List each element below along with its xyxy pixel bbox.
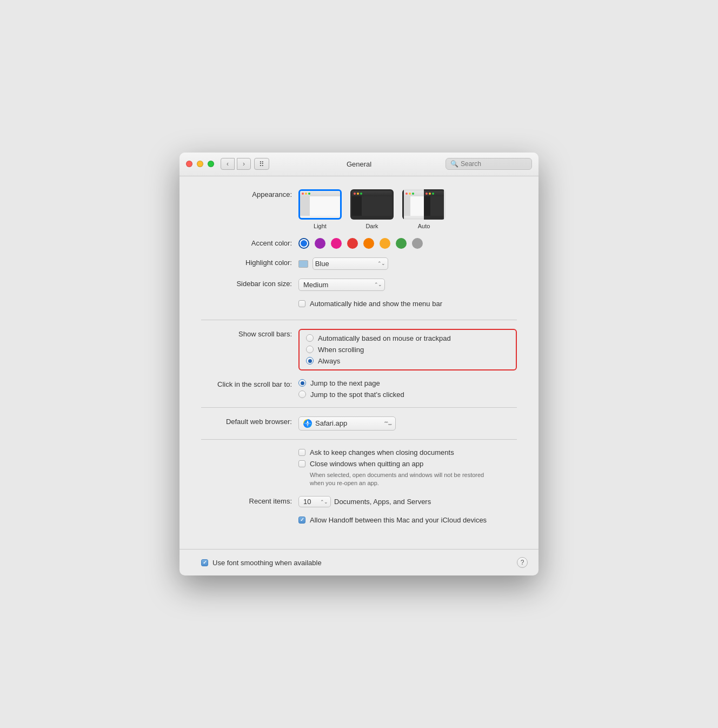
click-scroll-control: Jump to the next page Jump to the spot t…: [298, 379, 517, 399]
scroll-auto-radio[interactable]: [306, 334, 314, 342]
scroll-bars-always: Always: [306, 357, 509, 365]
click-next-page-radio[interactable]: [298, 379, 306, 387]
handoff-control: Allow Handoff between this Mac and your …: [298, 516, 517, 527]
browser-row: Default web browser: Safari.app: [201, 416, 517, 431]
light-thumb: [298, 189, 342, 220]
accent-graphite[interactable]: [412, 238, 423, 249]
sidebar-icon-size-label: Sidebar icon size:: [201, 279, 298, 288]
minimize-button[interactable]: [197, 161, 203, 167]
click-spot: Jump to the spot that's clicked: [298, 391, 517, 399]
click-next-page: Jump to the next page: [298, 379, 517, 387]
menu-bar-label: [201, 300, 298, 301]
accent-purple[interactable]: [315, 238, 325, 249]
handoff-checkbox-row: Allow Handoff between this Mac and your …: [298, 516, 517, 524]
recent-items-select[interactable]: 10 5 15 20: [298, 496, 331, 507]
accent-red[interactable]: [347, 238, 358, 249]
menu-bar-control: Automatically hide and show the menu bar: [298, 300, 517, 311]
scroll-when-scrolling-radio[interactable]: [306, 346, 314, 353]
click-scroll-row: Click in the scroll bar to: Jump to the …: [201, 379, 517, 399]
accent-orange[interactable]: [363, 238, 374, 249]
help-button[interactable]: ?: [517, 557, 528, 568]
click-scroll-label: Click in the scroll bar to:: [201, 379, 298, 388]
sidebar-icon-size-select-wrapper: Medium Small Large: [298, 279, 385, 291]
appearance-control: Light: [298, 189, 517, 229]
divider-2: [201, 407, 517, 408]
scroll-bars-highlight: Automatically based on mouse or trackpad…: [298, 329, 517, 370]
sidebar-icon-size-select[interactable]: Medium Small Large: [298, 279, 385, 291]
scroll-bars-when-scrolling: When scrolling: [306, 346, 509, 354]
handoff-label: [201, 516, 298, 517]
close-button[interactable]: [186, 161, 192, 167]
handoff-checkbox[interactable]: [298, 517, 305, 524]
scroll-auto-label: Automatically based on mouse or trackpad: [318, 334, 451, 342]
font-smoothing-checkbox[interactable]: [201, 559, 208, 566]
highlight-color-select-wrapper: Blue: [298, 257, 388, 270]
nav-buttons: ‹ ›: [221, 158, 251, 170]
click-spot-label: Jump to the spot that's clicked: [310, 391, 404, 399]
recent-items-control: 10 5 15 20 Documents, Apps, and Servers: [298, 496, 517, 507]
bottom-bar: Use font smoothing when available ?: [179, 549, 538, 575]
highlight-color-select[interactable]: Blue: [313, 257, 388, 270]
back-button[interactable]: ‹: [221, 158, 235, 170]
grid-button[interactable]: ⠿: [254, 158, 269, 170]
accent-yellow[interactable]: [380, 238, 390, 249]
window-title: General: [347, 160, 371, 168]
menu-bar-text: Automatically hide and show the menu bar: [310, 300, 442, 308]
content-area: Appearance:: [179, 176, 538, 550]
close-windows-checkbox[interactable]: [298, 460, 305, 467]
search-input[interactable]: [461, 160, 527, 168]
scroll-always-label: Always: [318, 357, 340, 365]
recent-items-suffix: Documents, Apps, and Servers: [334, 498, 431, 506]
dark-thumb: [350, 189, 394, 220]
light-label: Light: [314, 223, 327, 229]
appearance-row: Appearance:: [201, 189, 517, 229]
menu-bar-checkbox[interactable]: [298, 300, 305, 307]
appearance-light[interactable]: Light: [298, 189, 342, 229]
handoff-row: Allow Handoff between this Mac and your …: [201, 516, 517, 527]
handoff-text: Allow Handoff between this Mac and your …: [310, 516, 487, 524]
dark-label: Dark: [365, 223, 378, 229]
browser-select-wrapper: Safari.app ⌃⌄: [298, 416, 396, 431]
maximize-button[interactable]: [208, 161, 214, 167]
appearance-label: Appearance:: [201, 189, 298, 198]
click-spot-radio[interactable]: [298, 391, 306, 398]
traffic-lights: [186, 161, 214, 167]
forward-button[interactable]: ›: [237, 158, 251, 170]
divider-3: [201, 439, 517, 440]
search-bar[interactable]: 🔍: [446, 158, 532, 170]
font-smoothing-row: Use font smoothing when available: [201, 559, 322, 567]
close-windows-text: Close windows when quitting an app: [310, 460, 423, 468]
scroll-bars-row: Show scroll bars: Automatically based on…: [201, 329, 517, 370]
accent-color-label: Accent color:: [201, 238, 298, 247]
menu-bar-row: Automatically hide and show the menu bar: [201, 300, 517, 311]
sidebar-icon-size-row: Sidebar icon size: Medium Small Large: [201, 279, 517, 291]
ask-changes-checkbox[interactable]: [298, 449, 305, 456]
browser-value: Safari.app: [315, 419, 347, 427]
accent-pink[interactable]: [331, 238, 342, 249]
accent-color-control: [298, 238, 517, 249]
highlight-color-row: Highlight color: Blue: [201, 257, 517, 270]
ask-changes-control: Ask to keep changes when closing documen…: [298, 448, 517, 488]
appearance-auto[interactable]: Auto: [402, 189, 446, 229]
highlight-color-label: Highlight color:: [201, 257, 298, 267]
scroll-always-radio[interactable]: [306, 357, 314, 365]
divider-1: [201, 320, 517, 320]
appearance-options: Light: [298, 189, 517, 229]
scroll-bars-auto: Automatically based on mouse or trackpad: [306, 334, 509, 342]
close-windows-hint: When selected, open documents and window…: [310, 471, 517, 488]
recent-items-row: Recent items: 10 5 15 20 Documents, Apps…: [201, 496, 517, 507]
accent-blue[interactable]: [298, 238, 309, 249]
accent-green[interactable]: [396, 238, 407, 249]
appearance-dark[interactable]: Dark: [350, 189, 394, 229]
browser-label: Default web browser:: [201, 416, 298, 426]
safari-icon: [303, 419, 312, 428]
menu-bar-checkbox-row: Automatically hide and show the menu bar: [298, 300, 517, 308]
titlebar: ‹ › ⠿ General 🔍: [179, 153, 538, 176]
settings-window: ‹ › ⠿ General 🔍 Appearance:: [179, 153, 538, 576]
browser-select[interactable]: Safari.app ⌃⌄: [298, 416, 396, 431]
accent-colors: [298, 238, 517, 249]
color-swatch: [298, 260, 308, 268]
ask-changes-row: Ask to keep changes when closing documen…: [201, 448, 517, 488]
close-windows-checkbox-row: Close windows when quitting an app: [298, 460, 517, 468]
scroll-bars-radio-group: Automatically based on mouse or trackpad…: [306, 334, 509, 365]
